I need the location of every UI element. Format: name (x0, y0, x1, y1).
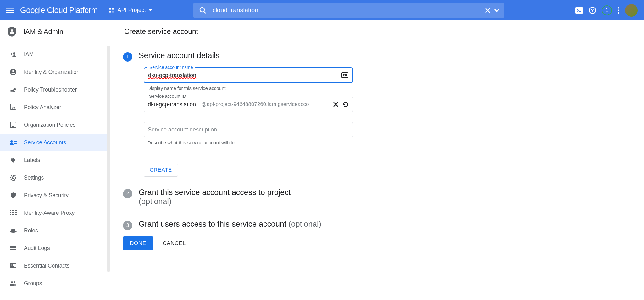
notification-badge[interactable]: 1 (602, 5, 612, 15)
search-box[interactable] (193, 3, 504, 18)
step-3-title: Grant users access to this service accou… (139, 219, 321, 229)
svg-point-5 (109, 11, 111, 13)
top-bar: Google Cloud Platform API Project ? 1 (0, 0, 644, 20)
gcp-logo[interactable]: Google Cloud Platform (20, 6, 98, 15)
service-account-desc-input[interactable] (148, 126, 349, 133)
svg-point-3 (109, 8, 111, 10)
proxy-icon (9, 210, 17, 215)
page-title: Create service account (124, 27, 198, 36)
section-title: IAM & Admin (23, 28, 63, 36)
cancel-button[interactable]: CANCEL (163, 240, 186, 247)
sidebar-item-contacts[interactable]: Essential Contacts (0, 257, 107, 275)
sidebar-item-settings[interactable]: Settings (0, 169, 107, 186)
scrollbar[interactable] (107, 46, 110, 272)
service-account-id-input[interactable] (148, 101, 201, 108)
sidebar-item-privacy[interactable]: Privacy & Security (0, 186, 107, 204)
step-1-indicator: 1 (123, 52, 132, 62)
svg-point-4 (112, 8, 114, 10)
sidebar-item-label: Policy Troubleshooter (24, 86, 77, 93)
sidebar-item-audit-logs[interactable]: Audit Logs (0, 239, 107, 257)
sidebar-item-roles[interactable]: Roles (0, 222, 107, 239)
sidebar-item-label: Service Accounts (24, 139, 66, 146)
svg-rect-39 (11, 210, 12, 215)
svg-point-7 (200, 8, 204, 12)
refresh-icon[interactable] (342, 101, 349, 108)
shield-icon (7, 26, 17, 37)
card-icon[interactable] (341, 72, 348, 78)
more-icon[interactable] (618, 7, 619, 14)
avatar[interactable] (625, 4, 638, 17)
shield-small-icon (9, 192, 17, 198)
groups-icon (9, 281, 17, 286)
service-account-id-field[interactable]: Service account ID @api-project-94648807… (144, 97, 353, 112)
sidebar-item-identity[interactable]: Identity & Organization (0, 63, 107, 81)
svg-point-15 (618, 7, 619, 8)
project-icon (109, 8, 114, 13)
svg-rect-44 (10, 249, 16, 250)
close-icon[interactable] (333, 102, 339, 107)
tag-icon (9, 157, 17, 163)
sidebar-item-troubleshooter[interactable]: Policy Troubleshooter (0, 81, 107, 98)
svg-rect-31 (14, 141, 17, 142)
logs-icon (9, 246, 17, 251)
chevron-down-icon[interactable] (494, 8, 500, 13)
svg-point-34 (12, 177, 14, 179)
sub-header: IAM & Admin Create service account (0, 20, 644, 43)
sidebar-item-service-accounts[interactable]: Service Accounts (0, 134, 107, 151)
svg-text:?: ? (591, 8, 594, 13)
project-selector[interactable]: API Project (106, 5, 155, 15)
svg-point-30 (10, 140, 13, 143)
sidebar-item-label: Roles (24, 227, 38, 234)
service-account-name-field[interactable]: Service account name (144, 67, 353, 83)
svg-line-8 (204, 12, 206, 13)
sidebar-item-label: Groups (24, 280, 42, 287)
svg-rect-2 (6, 12, 14, 13)
svg-rect-40 (14, 210, 15, 215)
svg-point-22 (12, 70, 14, 72)
done-button[interactable]: DONE (123, 236, 153, 250)
svg-rect-42 (10, 246, 16, 247)
sidebar-item-label: Essential Contacts (24, 263, 69, 269)
service-account-icon (9, 140, 17, 145)
main-content: 1 Service account details Service accoun… (110, 43, 644, 300)
svg-point-24 (13, 107, 15, 109)
svg-rect-43 (10, 247, 16, 248)
cloud-shell-icon[interactable] (575, 7, 583, 14)
svg-point-48 (14, 281, 15, 283)
step-2-optional: (optional) (139, 197, 291, 206)
sidebar-item-labels[interactable]: Labels (0, 151, 107, 169)
sidebar-item-label: Identity & Organization (24, 69, 80, 75)
desc-helper: Describe what this service account will … (147, 140, 631, 145)
field-label: Service account name (147, 65, 195, 70)
wrench-icon (9, 86, 17, 93)
svg-point-6 (112, 11, 114, 13)
service-account-desc-field[interactable] (144, 122, 353, 137)
sidebar-item-org-policies[interactable]: Organization Policies (0, 116, 107, 134)
sidebar-item-label: Audit Logs (24, 245, 50, 252)
sidebar-item-label: Labels (24, 157, 40, 164)
sidebar-item-iap[interactable]: Identity-Aware Proxy (0, 204, 107, 222)
hat-icon (9, 228, 17, 233)
step-3-indicator: 3 (123, 221, 132, 230)
sidebar-item-label: Identity-Aware Proxy (24, 210, 75, 216)
sidebar-item-label: IAM (24, 51, 34, 58)
menu-icon[interactable] (6, 7, 14, 14)
sidebar-item-label: Settings (24, 175, 44, 181)
sidebar-item-label: Organization Policies (24, 122, 75, 128)
help-icon[interactable]: ? (589, 7, 596, 14)
service-account-name-input[interactable] (148, 72, 341, 79)
list-icon (9, 122, 17, 128)
step-1-title: Service account details (139, 51, 219, 60)
close-icon[interactable] (485, 7, 491, 14)
sidebar-item-analyzer[interactable]: Policy Analyzer (0, 98, 107, 116)
step-2-indicator: 2 (123, 189, 132, 198)
sidebar-item-groups[interactable]: Groups (0, 275, 107, 292)
topbar-actions: ? 1 (575, 4, 638, 17)
sidebar-item-iam[interactable]: + IAM (0, 46, 107, 63)
search-input[interactable] (213, 7, 485, 14)
svg-rect-11 (575, 7, 583, 14)
project-name: API Project (118, 7, 146, 14)
svg-point-33 (12, 158, 13, 159)
create-button[interactable]: CREATE (144, 164, 178, 177)
svg-rect-1 (6, 10, 14, 11)
